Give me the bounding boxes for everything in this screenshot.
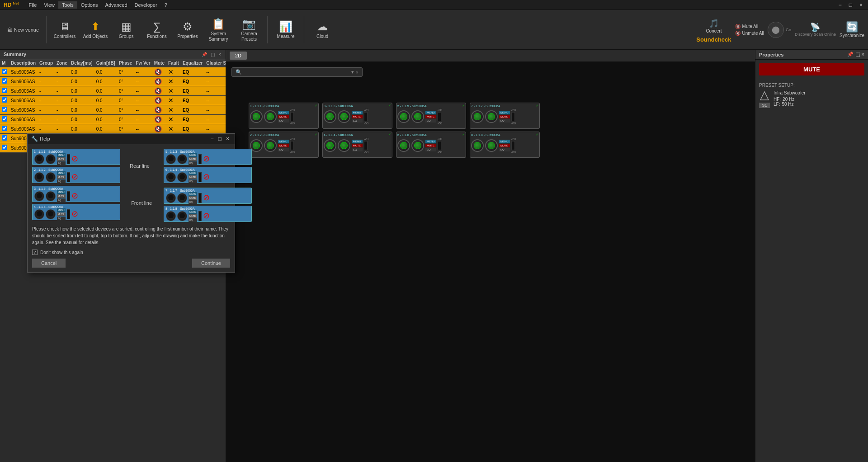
mini-mute-4[interactable]: MUTE [57, 212, 66, 216]
mute-btn-2[interactable]: MUTE [278, 144, 289, 147]
pin-btn[interactable]: 📌 [201, 52, 208, 57]
mini-mute-5[interactable]: MUTE [189, 157, 197, 161]
concert-btn[interactable]: 🎵 Concert [702, 17, 725, 35]
mini-speaker-7[interactable]: 7 - 1.1.7 - Sub9006A MENU MUTE EQ [164, 188, 252, 204]
mini-speaker-3[interactable]: 3 - 1.1.5 - Sub9006A MENU MUTE EQ [32, 186, 120, 202]
menu-developer[interactable]: Developer [131, 1, 161, 9]
menu-btn-8[interactable]: MENU [499, 140, 510, 143]
menu-btn-6[interactable]: MENU [425, 140, 436, 143]
cancel-button[interactable]: Cancel [32, 259, 66, 268]
table-row[interactable]: Sub9006AS - - 0.0 0.0 0° -- 🔇 ✕ EQ -- -- [0, 124, 226, 134]
mute-btn-7[interactable]: MUTE [499, 115, 510, 118]
mute-all-btn[interactable]: 🔇 Mute All [735, 24, 764, 29]
mini-menu-8[interactable]: MENU [189, 210, 197, 214]
controllers-btn[interactable]: 🖥 Controllers [50, 12, 79, 48]
menu-btn-1[interactable]: MENU [278, 111, 289, 114]
eq-btn-4[interactable]: EQ [352, 148, 363, 151]
mute-btn-4[interactable]: MUTE [352, 144, 363, 147]
mini-eq-8[interactable]: EQ [189, 218, 197, 222]
new-venue-btn[interactable]: 🏛 New venue [4, 25, 42, 34]
mini-menu-5[interactable]: MENU [189, 153, 197, 157]
menu-options[interactable]: Options [77, 1, 102, 9]
functions-btn[interactable]: ∑ Functions [142, 12, 171, 48]
dialog-close-btn[interactable]: × [224, 136, 231, 142]
unmute-all-btn[interactable]: 🔇 Unmute All [735, 31, 764, 36]
eq-btn-6[interactable]: EQ [425, 148, 436, 151]
mini-eq-2[interactable]: EQ [57, 179, 66, 183]
prop-close-btn[interactable]: × [862, 52, 864, 57]
mini-menu-3[interactable]: MENU [57, 190, 66, 194]
menu-btn-3[interactable]: MENU [352, 111, 363, 114]
cloud-btn[interactable]: ☁ Cloud [308, 12, 337, 48]
menu-btn-2[interactable]: MENU [278, 140, 289, 143]
mute-btn-5[interactable]: MUTE [425, 115, 436, 118]
prop-pin-btn[interactable]: 📌 [847, 52, 854, 57]
table-row[interactable]: Sub9006AS - - 0.0 0.0 0° -- 🔇 ✕ EQ -- -- [0, 115, 226, 124]
menu-help[interactable]: ? [161, 1, 171, 9]
mini-eq-3[interactable]: EQ [57, 198, 66, 202]
speaker-box-4[interactable]: 4 - 1.1.4 - Sub9006A ✓ MENU [322, 132, 392, 158]
table-row[interactable]: Sub9006AS - - 0.0 0.0 0° -- 🔇 ✕ EQ -- -- [0, 77, 226, 86]
synchronize-btn[interactable]: 🔄 Synchronize [840, 21, 864, 38]
mini-mute-8[interactable]: MUTE [189, 214, 197, 218]
continue-button[interactable]: Continue [192, 259, 230, 268]
camera-presets-btn[interactable]: 📷 Camera Presets [235, 12, 264, 48]
speaker-box-5[interactable]: 5 - 1.1.5 - Sub9006A ✓ MENU [396, 103, 466, 129]
mini-menu-1[interactable]: MENU [57, 153, 66, 157]
table-row[interactable]: Sub9006AS - - 0.0 0.0 0° -- 🔇 ✕ EQ -- -- [0, 96, 226, 105]
eq-btn-2[interactable]: EQ [278, 148, 289, 151]
table-row[interactable]: Sub9006AS - - 0.0 0.0 0° -- 🔇 ✕ EQ -- -- [0, 105, 226, 115]
maximize-btn[interactable]: □ [845, 1, 856, 9]
mini-mute-6[interactable]: MUTE [189, 175, 197, 179]
mini-menu-2[interactable]: MENU [57, 171, 66, 175]
mute-btn-8[interactable]: MUTE [499, 144, 510, 147]
speaker-box-7[interactable]: 7 - 1.1.7 - Sub9006A ✓ MENU [470, 103, 540, 129]
mini-mute-7[interactable]: MUTE [189, 196, 197, 200]
menu-file[interactable]: File [25, 1, 41, 9]
float-btn[interactable]: ⬚ [210, 52, 216, 57]
close-btn[interactable]: × [856, 1, 866, 9]
mini-speaker-6[interactable]: 6 - 1.1.4 - Sub9006A MENU MUTE EQ [164, 167, 252, 183]
mini-mute-3[interactable]: MUTE [57, 194, 66, 198]
mini-speaker-5[interactable]: 5 - 1.1.3 - Sub9006A MENU MUTE EQ [164, 149, 252, 165]
mini-speaker-8[interactable]: 8 - 1.1.8 - Sub9006A MENU MUTE EQ [164, 206, 252, 222]
eq-btn-3[interactable]: EQ [352, 119, 363, 123]
table-row[interactable]: Sub9006AS - - 0.0 0.0 0° -- 🔇 ✕ EQ -- -- [0, 67, 226, 77]
mini-speaker-1[interactable]: 1 - 1.1.1 - Sub9006A MENU MUTE EQ [32, 149, 120, 165]
mini-eq-6[interactable]: EQ [189, 179, 197, 183]
properties-btn[interactable]: ⚙ Properties [173, 12, 202, 48]
menu-btn-4[interactable]: MENU [352, 140, 363, 143]
mute-btn-3[interactable]: MUTE [352, 115, 363, 118]
mute-btn-1[interactable]: MUTE [278, 115, 289, 118]
eq-btn-5[interactable]: EQ [425, 119, 436, 123]
groups-btn[interactable]: ▦ Groups [112, 12, 141, 48]
prop-float-btn[interactable]: ⬚ [855, 52, 860, 57]
minimize-btn[interactable]: − [835, 1, 845, 9]
eq-btn-7[interactable]: EQ [499, 119, 510, 123]
speaker-box-6[interactable]: 6 - 1.1.6 - Sub9006A ✓ MENU [396, 132, 466, 158]
menu-btn-5[interactable]: MENU [425, 111, 436, 114]
measure-btn[interactable]: 📊 Measure [271, 12, 300, 48]
mini-eq-7[interactable]: EQ [189, 200, 197, 204]
menu-btn-7[interactable]: MENU [499, 111, 510, 114]
eq-btn-8[interactable]: EQ [499, 148, 510, 151]
mute-large-btn[interactable]: MUTE [759, 63, 864, 75]
speaker-box-1[interactable]: 1 - 1.1.1 - Sub9006A ✓ MENU [249, 103, 319, 129]
search-input[interactable] [244, 70, 349, 75]
mini-eq-4[interactable]: EQ [57, 217, 66, 220]
system-summary-btn[interactable]: 📋 System Summary [204, 12, 233, 48]
speaker-box-3[interactable]: 3 - 1.1.3 - Sub9006A ✓ MENU [322, 103, 392, 129]
mini-speaker-4[interactable]: 4 - 1.1.6 - Sub9006A MENU MUTE EQ [32, 204, 120, 220]
dialog-minimize-btn[interactable]: − [209, 136, 216, 142]
dont-show-checkbox[interactable]: ✓ [32, 250, 38, 255]
menu-tools[interactable]: Tools [58, 1, 77, 9]
add-objects-btn[interactable]: ⬆ Add Objects [81, 12, 110, 48]
help-dialog[interactable]: 🔧 Help − □ × 1 - 1.1.1 - Sub9006A [27, 133, 235, 273]
mini-eq-1[interactable]: EQ [57, 161, 66, 165]
mini-menu-7[interactable]: MENU [189, 192, 197, 196]
chevron-down-icon[interactable]: ▾ [351, 69, 354, 75]
mute-btn-6[interactable]: MUTE [425, 144, 436, 147]
mini-menu-6[interactable]: MENU [189, 171, 197, 175]
close-panel-btn[interactable]: × [217, 52, 222, 57]
speaker-box-8[interactable]: 8 - 1.1.8 - Sub9006A ✓ MENU [470, 132, 540, 158]
